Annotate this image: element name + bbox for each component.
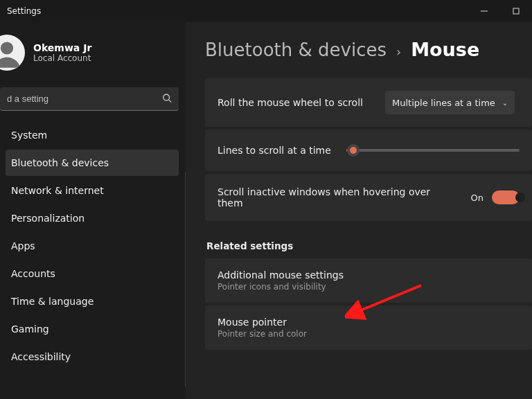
nav-item-apps[interactable]: Apps: [6, 233, 179, 259]
svg-line-4: [169, 100, 172, 103]
toggle-state-label: On: [471, 193, 484, 203]
nav-item-network-internet[interactable]: Network & internet: [6, 177, 179, 204]
setting-lines-scroll: Lines to scroll at a time: [205, 130, 532, 171]
titlebar: Settings: [0, 0, 532, 22]
search-input[interactable]: [0, 87, 179, 111]
minimize-button[interactable]: [468, 0, 500, 22]
nav-item-system[interactable]: System: [6, 122, 179, 148]
breadcrumb: Bluetooth & devices › Mouse: [205, 39, 532, 60]
linkcard-subtitle: Pointer size and color: [218, 329, 520, 339]
svg-point-3: [163, 94, 170, 100]
breadcrumb-leaf: Mouse: [411, 39, 479, 60]
svg-point-2: [1, 42, 13, 54]
nav-list: System Bluetooth & devices Network & int…: [0, 119, 186, 373]
sidebar: Okemwa Jr Local Account System Bluetooth…: [0, 22, 186, 399]
link-additional-mouse-settings[interactable]: Additional mouse settings Pointer icons …: [205, 258, 532, 303]
scroll-inactive-toggle[interactable]: [492, 190, 520, 204]
lines-slider[interactable]: [346, 149, 520, 152]
linkcard-subtitle: Pointer icons and visibility: [218, 282, 520, 292]
profile-block[interactable]: Okemwa Jr Local Account: [0, 22, 186, 83]
link-mouse-pointer[interactable]: Mouse pointer Pointer size and color: [205, 305, 532, 350]
profile-name: Okemwa Jr: [33, 42, 91, 53]
window-title: Settings: [7, 6, 41, 16]
related-heading: Related settings: [206, 240, 532, 251]
chevron-down-icon: ⌄: [502, 99, 508, 107]
setting-roll-wheel: Roll the mouse wheel to scroll Multiple …: [205, 78, 532, 127]
roll-wheel-dropdown[interactable]: Multiple lines at a time ⌄: [385, 91, 515, 114]
breadcrumb-parent[interactable]: Bluetooth & devices: [205, 39, 387, 60]
nav-item-accessibility[interactable]: Accessibility: [6, 344, 179, 370]
nav-item-personalization[interactable]: Personalization: [6, 205, 179, 231]
maximize-button[interactable]: [500, 0, 532, 22]
svg-rect-1: [513, 8, 519, 14]
search-icon: [162, 94, 172, 105]
main-pane: Bluetooth & devices › Mouse Roll the mou…: [186, 22, 532, 399]
toggle-knob: [515, 193, 525, 202]
linkcard-title: Mouse pointer: [218, 317, 520, 328]
setting-label: Scroll inactive windows when hovering ov…: [218, 186, 453, 209]
setting-label: Roll the mouse wheel to scroll: [218, 97, 385, 108]
nav-item-time-language[interactable]: Time & language: [6, 288, 179, 314]
setting-scroll-inactive: Scroll inactive windows when hovering ov…: [205, 174, 532, 221]
nav-item-accounts[interactable]: Accounts: [6, 260, 179, 287]
chevron-right-icon: ›: [396, 44, 401, 59]
setting-label: Lines to scroll at a time: [218, 145, 344, 156]
dropdown-value: Multiple lines at a time: [392, 98, 495, 108]
linkcard-title: Additional mouse settings: [218, 269, 520, 281]
nav-item-gaming[interactable]: Gaming: [6, 316, 179, 342]
search-box[interactable]: [0, 87, 179, 111]
slider-thumb[interactable]: [347, 144, 360, 157]
profile-account-type: Local Account: [33, 53, 91, 63]
avatar: [0, 35, 25, 71]
nav-item-bluetooth-devices[interactable]: Bluetooth & devices: [6, 150, 179, 176]
